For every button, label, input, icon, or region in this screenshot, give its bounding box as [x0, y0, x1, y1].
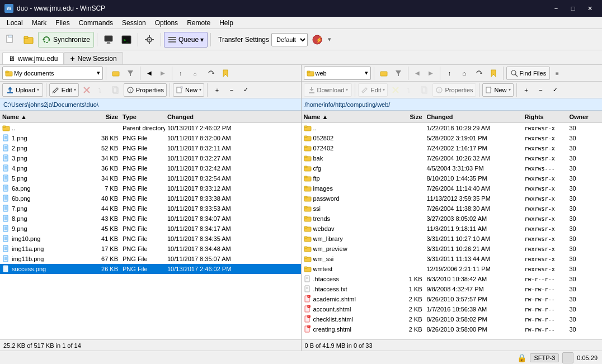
right-download-btn[interactable]: Download ▾: [304, 83, 352, 97]
menu-session[interactable]: Session: [117, 18, 150, 28]
toolbar-btn-2[interactable]: [20, 32, 37, 48]
right-file-row[interactable]: 052802 5/28/2002 3:19:01 PM rwxrwsr-x 30: [302, 133, 603, 143]
right-new-btn[interactable]: New ▾: [482, 83, 514, 97]
synchronize-button[interactable]: Synchronize: [38, 32, 94, 48]
right-col-owner[interactable]: Owner: [567, 114, 590, 120]
right-btn-browse[interactable]: [377, 67, 391, 80]
right-btn-root[interactable]: ⌂: [458, 67, 471, 80]
right-file-row[interactable]: images 7/26/2004 11:14:40 AM rwxrwsr-x 3…: [302, 183, 603, 193]
session-tab-1[interactable]: + New Session: [64, 52, 123, 64]
left-file-row[interactable]: 8.png 43 KB PNG File 10/11/2017 8:34:07 …: [0, 214, 301, 224]
left-forward-btn[interactable]: ▶: [157, 67, 169, 80]
maximize-button[interactable]: □: [565, 3, 581, 14]
left-file-row[interactable]: 1.png 38 KB PNG File 10/11/2017 8:32:00 …: [0, 133, 301, 143]
left-btn-plus[interactable]: +: [210, 83, 224, 97]
right-file-row[interactable]: wm_library 3/31/2011 10:27:10 AM rwxrwsr…: [302, 234, 603, 244]
left-btn-root[interactable]: ⌂: [190, 67, 203, 80]
right-file-list[interactable]: .. 1/22/2018 10:29:29 AM rwxrwsr-x 30 05…: [302, 123, 603, 339]
left-dir-combo[interactable]: My documents ▾: [2, 67, 103, 80]
session-tab-0[interactable]: 🖥 www.jmu.edu: [2, 52, 64, 64]
right-btn-refresh[interactable]: [472, 67, 486, 80]
right-col-rights[interactable]: Rights: [523, 114, 567, 120]
left-file-row[interactable]: 2.png 52 KB PNG File 10/11/2017 8:32:11 …: [0, 143, 301, 153]
left-edit-btn[interactable]: Edit ▾: [49, 83, 79, 97]
right-file-row[interactable]: ssi 7/26/2004 11:38:30 AM rwxrwsr-x 30: [302, 204, 603, 214]
left-col-size[interactable]: Size: [90, 114, 120, 120]
left-btn-check[interactable]: ✓: [239, 83, 253, 97]
right-col-changed[interactable]: Changed: [425, 114, 523, 120]
right-btn-check[interactable]: ✓: [549, 83, 562, 97]
left-btn-refresh[interactable]: [204, 67, 218, 80]
right-file-row[interactable]: .htaccess.txt 1 KB 9/8/2008 4:32:47 PM r…: [302, 284, 603, 294]
close-button[interactable]: ✕: [582, 3, 598, 14]
left-file-row[interactable]: img11a.png 17 KB PNG File 10/11/2017 8:3…: [0, 244, 301, 254]
right-file-row[interactable]: password 11/13/2012 3:59:35 PM rwxrwsr-x…: [302, 193, 603, 204]
queue-button[interactable]: Queue ▾: [164, 32, 208, 48]
right-file-row[interactable]: ftp 8/10/2010 1:44:35 PM rwxrwsr-x 30: [302, 173, 603, 183]
left-btn-bookmarks[interactable]: [219, 67, 232, 80]
left-btn-move[interactable]: ⤵: [95, 83, 108, 97]
left-file-row[interactable]: 6b.png 40 KB PNG File 10/11/2017 8:33:38…: [0, 193, 301, 204]
toolbar-btn-5[interactable]: [141, 32, 158, 48]
left-file-row[interactable]: 9.png 45 KB PNG File 10/11/2017 8:34:17 …: [0, 224, 301, 234]
right-file-row[interactable]: wm_ssi 3/31/2011 11:13:44 AM rwxrwsr-x 3…: [302, 254, 603, 264]
toolbar-btn-transfer[interactable]: ⚡: [309, 32, 326, 48]
right-file-row[interactable]: wm_preview 3/31/2011 10:26:21 AM rwxrwsr…: [302, 244, 603, 254]
left-upload-btn[interactable]: Upload ▾: [2, 83, 43, 97]
toolbar-btn-1[interactable]: [2, 32, 19, 48]
left-properties-btn[interactable]: i Properties: [124, 83, 167, 97]
menu-remote[interactable]: Remote: [182, 18, 215, 28]
right-back-btn[interactable]: ◀: [411, 67, 424, 80]
menu-files[interactable]: Files: [51, 18, 74, 28]
menu-mark[interactable]: Mark: [27, 18, 51, 28]
right-file-row[interactable]: webdav 11/3/2011 9:18:11 AM rwxrwsr-x 30: [302, 224, 603, 234]
toolbar-btn-4[interactable]: >_: [118, 32, 135, 48]
menu-commands[interactable]: Commands: [74, 18, 117, 28]
right-file-row[interactable]: ✦account.shtml 2 KB 1/7/2016 10:56:39 AM…: [302, 304, 603, 314]
left-file-list[interactable]: .. Parent directory 10/13/2017 2:46:02 P…: [0, 123, 301, 339]
right-file-row[interactable]: cfg 4/5/2004 3:31:03 PM rwxrws--- 30: [302, 163, 603, 173]
left-file-row[interactable]: img10.png 41 KB PNG File 10/11/2017 8:34…: [0, 234, 301, 244]
right-btn-copy2[interactable]: [418, 83, 431, 97]
minimize-button[interactable]: −: [548, 3, 564, 14]
menu-local[interactable]: Local: [2, 18, 27, 28]
right-btn-minus[interactable]: −: [534, 83, 548, 97]
left-col-changed[interactable]: Changed: [165, 114, 260, 120]
left-col-type[interactable]: Type: [120, 114, 165, 120]
right-file-row[interactable]: ✦creating.shtml 2 KB 8/26/2010 3:58:00 P…: [302, 324, 603, 334]
right-btn-extra[interactable]: ≡: [551, 67, 565, 80]
right-btn-find[interactable]: Find Files: [506, 67, 551, 80]
right-file-row[interactable]: ✦academic.shtml 2 KB 8/26/2010 3:57:57 P…: [302, 294, 603, 304]
left-btn-copy[interactable]: [109, 83, 123, 97]
right-delete-btn[interactable]: [389, 83, 402, 97]
right-file-row[interactable]: wmtest 12/19/2006 2:21:11 PM rwxrwsr-x 3…: [302, 264, 603, 274]
right-file-row[interactable]: trends 3/27/2003 8:05:02 AM rwxrwsr-x 30: [302, 214, 603, 224]
right-properties-btn[interactable]: i Properties: [432, 83, 476, 97]
left-file-row[interactable]: .. Parent directory 10/13/2017 2:46:02 P…: [0, 123, 301, 133]
right-dir-combo[interactable]: web ▾: [304, 67, 371, 80]
right-file-row[interactable]: bak 7/26/2004 10:26:32 AM rwxrwsr-x 30: [302, 153, 603, 163]
right-file-row[interactable]: 072402 7/24/2002 1:16:17 PM rwxrwsr-x 30: [302, 143, 603, 153]
left-file-row[interactable]: 7.png 44 KB PNG File 10/11/2017 8:33:53 …: [0, 204, 301, 214]
right-edit-btn[interactable]: Edit ▾: [358, 83, 388, 97]
left-btn-browse[interactable]: [109, 67, 123, 80]
right-btn-bookmarks[interactable]: [487, 67, 500, 80]
left-file-row[interactable]: img11b.png 67 KB PNG File 10/11/2017 8:3…: [0, 254, 301, 264]
left-file-row[interactable]: 4.png 36 KB PNG File 10/11/2017 8:32:42 …: [0, 163, 301, 173]
right-forward-btn[interactable]: ▶: [425, 67, 437, 80]
left-btn-minus[interactable]: −: [225, 83, 238, 97]
left-file-row[interactable]: 5.png 34 KB PNG File 10/11/2017 8:32:54 …: [0, 173, 301, 183]
right-file-row[interactable]: .. 1/22/2018 10:29:29 AM rwxrwsr-x 30: [302, 123, 603, 133]
left-btn-parent[interactable]: ↑: [175, 67, 189, 80]
menu-options[interactable]: Options: [150, 18, 182, 28]
left-file-row[interactable]: 6a.png 7 KB PNG File 10/11/2017 8:33:12 …: [0, 183, 301, 193]
right-btn-parent[interactable]: ↑: [443, 67, 457, 80]
right-file-row[interactable]: ✦checklist.shtml 2 KB 8/26/2010 3:58:02 …: [302, 314, 603, 324]
right-btn-plus[interactable]: +: [520, 83, 533, 97]
toolbar-btn-3[interactable]: [100, 32, 117, 48]
right-btn-move2[interactable]: ⤵: [403, 83, 417, 97]
left-file-row[interactable]: success.png 26 KB PNG File 10/13/2017 2:…: [0, 264, 301, 274]
right-col-size[interactable]: Size: [399, 114, 425, 120]
right-btn-filter[interactable]: [392, 67, 405, 80]
left-delete-btn[interactable]: [80, 83, 93, 97]
